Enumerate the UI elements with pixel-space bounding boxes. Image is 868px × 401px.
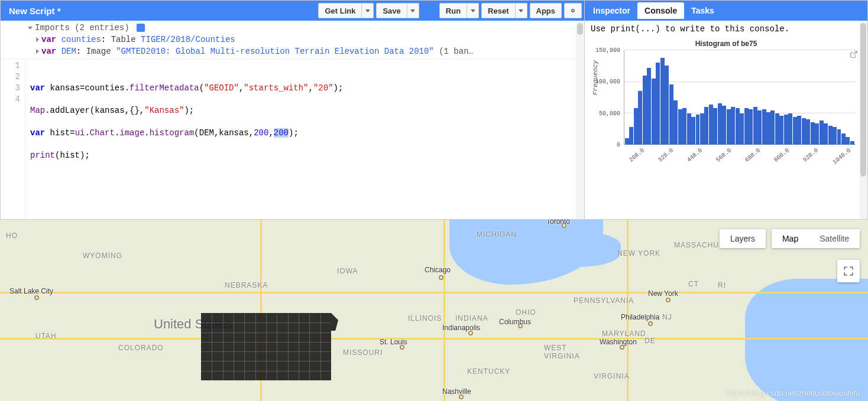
editor-scrollbar[interactable] xyxy=(576,21,584,219)
watermark: https://blog.csdn.net/zhebushibiaoshifu xyxy=(727,389,860,397)
code-body[interactable]: var kansas=counties.filterMetadata("GEOI… xyxy=(25,59,584,219)
line-gutter: 1 2 3 4 xyxy=(1,59,25,219)
kansas-layer xyxy=(201,313,331,380)
apps-button[interactable]: Apps xyxy=(530,3,562,18)
right-panel: Inspector Console Tasks Use print(...) t… xyxy=(585,0,868,220)
chart-title: Histogram of be75 xyxy=(591,40,861,48)
save-button[interactable]: Save xyxy=(376,3,407,18)
fullscreen-button[interactable] xyxy=(837,260,860,282)
editor-pane: New Script * Get Link Save Run Reset App… xyxy=(0,0,585,220)
expand-icon[interactable] xyxy=(36,49,39,54)
maptype-satellite[interactable]: Satellite xyxy=(809,229,860,248)
expand-icon[interactable] xyxy=(36,37,39,42)
tab-tasks[interactable]: Tasks xyxy=(684,2,721,19)
fullscreen-icon xyxy=(843,266,854,276)
settings-button[interactable] xyxy=(564,3,582,18)
caret-down-icon xyxy=(471,9,475,12)
script-title: New Script * xyxy=(3,6,316,16)
reset-button[interactable]: Reset xyxy=(481,3,515,18)
console-scrollbar[interactable] xyxy=(859,21,867,219)
caret-down-icon xyxy=(519,9,523,12)
gear-icon xyxy=(571,6,575,15)
console-body[interactable]: Use print(...) to write to this console.… xyxy=(585,21,867,219)
tab-console[interactable]: Console xyxy=(637,2,684,19)
chart-xticks: 208.0328.0448.0568.0688.0808.0928.01048.… xyxy=(624,147,856,162)
chart-ylabel: Frequency xyxy=(592,60,599,95)
getlink-button[interactable]: Get Link xyxy=(318,3,362,18)
tab-inspector[interactable]: Inspector xyxy=(586,2,637,19)
collapse-icon[interactable] xyxy=(28,27,33,30)
map-view[interactable]: United States HO WYOMING NEBRASKA IOWA U… xyxy=(0,220,868,401)
reset-dropdown[interactable] xyxy=(516,3,527,18)
chart-bars xyxy=(625,50,854,145)
editor-title-bar: New Script * Get Link Save Run Reset App… xyxy=(1,1,584,21)
run-dropdown[interactable] xyxy=(467,3,479,18)
note-icon[interactable] xyxy=(137,24,145,32)
right-tabs: Inspector Console Tasks xyxy=(585,1,867,21)
console-hint: Use print(...) to write to this console. xyxy=(591,24,861,34)
caret-down-icon xyxy=(410,9,415,12)
run-button[interactable]: Run xyxy=(439,3,467,18)
save-dropdown[interactable] xyxy=(407,3,419,18)
maptype-map[interactable]: Map xyxy=(772,229,809,248)
histogram-chart[interactable]: Histogram of be75 Frequency 050,000100,0… xyxy=(591,40,861,168)
layers-button[interactable]: Layers xyxy=(720,229,766,248)
code-editor[interactable]: 1 2 3 4 var kansas=counties.filterMetada… xyxy=(1,59,584,219)
imports-section[interactable]: Imports (2 entries) var counties: Table … xyxy=(1,21,584,59)
caret-down-icon xyxy=(365,9,370,12)
maptype-toggle: Map Satellite xyxy=(772,229,860,248)
getlink-dropdown[interactable] xyxy=(362,3,374,18)
